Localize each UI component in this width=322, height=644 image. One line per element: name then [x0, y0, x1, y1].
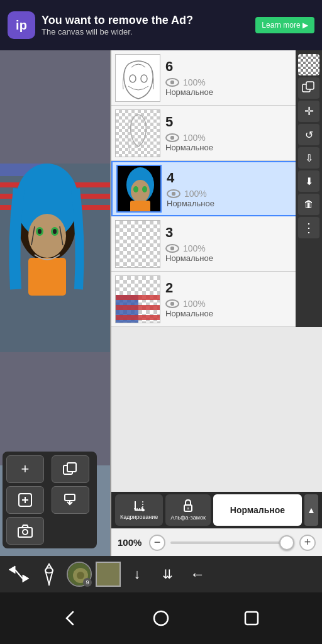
delete-layer-button[interactable]: 🗑	[298, 194, 319, 215]
zoom-bar: 100% − +	[111, 528, 322, 556]
crop-button[interactable]: Кадрирование	[115, 494, 163, 526]
layer-2-mode: Нормальное	[165, 309, 291, 318]
copy-icon	[302, 81, 316, 95]
crop-icon	[133, 500, 145, 511]
pen-icon	[40, 563, 58, 586]
layer-3-eye[interactable]	[165, 244, 179, 253]
svg-text:α: α	[187, 506, 190, 510]
layer-3-opacity: 100%	[183, 243, 206, 253]
recent-nav-icon	[243, 609, 260, 627]
layer-5-preview	[116, 110, 160, 157]
blend-mode-selector[interactable]: Нормальное	[213, 494, 302, 526]
zoom-plus-button[interactable]: +	[299, 535, 316, 551]
zoom-slider-thumb[interactable]	[279, 535, 294, 550]
alpha-lock-button[interactable]: α Альфа-замок	[165, 494, 211, 526]
download-button[interactable]: ↓	[123, 560, 151, 588]
brush-badge: 9	[83, 578, 92, 587]
color-swatch[interactable]	[96, 562, 121, 587]
ad-title: You want to remove the Ad?	[42, 14, 255, 28]
layer-6-opacity: 100%	[183, 77, 206, 87]
canvas-artwork	[0, 50, 110, 465]
svg-point-24	[23, 530, 28, 535]
back-button[interactable]: ←	[184, 560, 211, 588]
layer-5-eye[interactable]	[165, 133, 179, 142]
svg-point-49	[77, 572, 84, 579]
layer-6-eye[interactable]	[165, 78, 179, 87]
move-tool-button[interactable]: ✛	[298, 101, 319, 122]
layer-4-visibility: 100%	[167, 189, 289, 199]
nav-recent-button[interactable]	[235, 602, 268, 635]
ad-text-block: You want to remove the Ad? The canvas wi…	[42, 14, 255, 37]
add-layer-button[interactable]: +	[6, 455, 44, 483]
camera-button[interactable]	[6, 517, 44, 545]
layer-4-eye[interactable]	[167, 189, 180, 198]
layer-item-4[interactable]: 4 100% Нормальное	[111, 161, 322, 216]
layer-5-opacity: 100%	[183, 133, 206, 143]
home-nav-icon	[152, 609, 170, 627]
add-selection-button[interactable]	[6, 486, 44, 514]
layer-6-mode: Нормальное	[165, 87, 291, 97]
layer-3-info: 3 100% Нормальное	[165, 225, 291, 263]
layer-item-2[interactable]: 2 100% Нормальное	[111, 272, 322, 327]
layer-item-6[interactable]: 6 100% Нормальное	[111, 50, 322, 106]
merge-layer-button[interactable]	[52, 486, 89, 514]
layer-5-visibility: 100%	[165, 133, 291, 143]
svg-rect-33	[130, 201, 150, 213]
svg-point-8	[28, 214, 66, 258]
more-options-button[interactable]: ⋮	[298, 217, 319, 238]
layer-panel-toolbar: Кадрирование α Альфа-замок Нормальное ▲	[111, 492, 322, 528]
layer-5-number: 5	[165, 114, 291, 130]
layer-3-visibility: 100%	[165, 243, 291, 253]
copy-layer-button[interactable]	[298, 77, 319, 99]
layer-2-eye[interactable]	[165, 299, 179, 308]
layer-5-mode: Нормальное	[165, 143, 291, 152]
checker-tool-button[interactable]	[298, 54, 319, 75]
layer-6-visibility: 100%	[165, 77, 291, 87]
canvas-area[interactable]: +	[0, 50, 110, 556]
nav-home-button[interactable]	[145, 602, 177, 635]
flip-down-button[interactable]: ⇩	[298, 147, 319, 169]
layers-list: 6 100% Нормальное	[111, 50, 322, 492]
nav-back-button[interactable]	[54, 602, 87, 635]
back-nav-icon	[62, 609, 79, 627]
layer-4-info: 4 100% Нормальное	[167, 170, 289, 208]
layer-item-5[interactable]: 5 100% Нормальное	[111, 106, 322, 161]
svg-point-12	[53, 229, 57, 234]
svg-point-32	[142, 186, 147, 192]
layer-2-visibility: 100%	[165, 299, 291, 309]
plus-square-icon	[18, 492, 33, 508]
brush-thumbnail[interactable]: 9	[65, 560, 93, 588]
ad-banner: ip You want to remove the Ad? The canvas…	[0, 0, 322, 50]
learn-more-label: Learn more ▶	[262, 21, 308, 30]
tool-row: 9 ↓ ⇊ ←	[0, 556, 322, 592]
layer-2-number: 2	[165, 280, 291, 296]
zoom-minus-button[interactable]: −	[149, 535, 165, 551]
svg-line-44	[15, 570, 23, 579]
zoom-label: 100%	[118, 537, 144, 548]
layer-item-3[interactable]: 3 100% Нормальное	[111, 216, 322, 272]
layer-thumb-3	[115, 220, 160, 268]
layer-4-mode: Нормальное	[167, 199, 289, 208]
move-down-button[interactable]: ⬇	[298, 170, 319, 192]
ad-subtitle: The canvas will be wider.	[42, 27, 255, 36]
layer-6-preview	[116, 55, 160, 102]
layer-thumb-5	[115, 109, 160, 157]
scroll-up-button[interactable]: ▲	[304, 494, 318, 526]
zoom-slider[interactable]	[170, 541, 294, 544]
svg-point-30	[131, 180, 150, 203]
svg-rect-42	[306, 82, 314, 89]
duplicate-layer-button[interactable]	[52, 455, 89, 483]
ad-logo: ip	[8, 11, 35, 39]
redo-button[interactable]: ⇊	[153, 560, 181, 588]
bottom-nav	[0, 592, 322, 644]
pen-tool-button[interactable]	[35, 560, 63, 588]
layer-thumb-6	[115, 54, 160, 102]
side-tools: ✛ ↺ ⇩ ⬇ 🗑 ⋮	[296, 50, 322, 327]
learn-more-button[interactable]: Learn more ▶	[255, 17, 314, 33]
svg-rect-51	[245, 612, 258, 625]
rotate-button[interactable]: ↺	[298, 124, 319, 145]
layer-5-info: 5 100% Нормальное	[165, 114, 291, 152]
lock-icon: α	[182, 499, 194, 512]
swap-tool-button[interactable]	[5, 560, 33, 588]
copy-icon	[62, 462, 79, 476]
